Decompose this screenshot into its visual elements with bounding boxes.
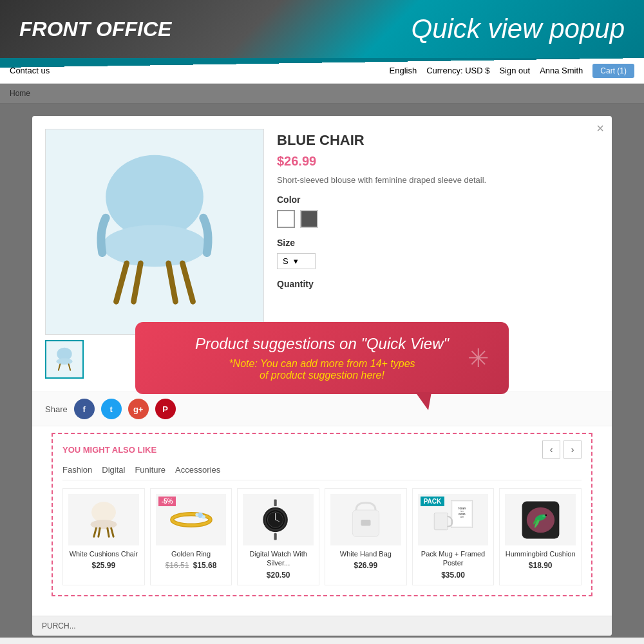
svg-line-9 [69, 365, 71, 370]
card-price: $35.00 [418, 571, 489, 580]
tab-digital[interactable]: Digital [102, 465, 125, 475]
quick-view-modal: × [32, 116, 612, 636]
product-card[interactable]: -5% Golden Ring $16.51 [150, 488, 232, 585]
size-value: S [283, 256, 289, 266]
product-card-image [243, 494, 314, 545]
suggestions-section: YOU MIGHT ALSO LIKE ‹ › Fashion Digital … [52, 433, 592, 596]
card-name: Digital Watch With Silver... [243, 549, 314, 568]
svg-text:is a: is a [460, 510, 464, 513]
card-price: $25.99 [68, 561, 139, 570]
svg-point-42 [545, 514, 547, 516]
size-dropdown[interactable]: S ▾ [277, 253, 316, 269]
product-card-image: -5% [156, 494, 227, 545]
purchase-bar: PURCH... [32, 616, 612, 636]
svg-line-2 [116, 263, 126, 302]
next-arrow-button[interactable]: › [564, 440, 582, 459]
nav-arrows: ‹ › [542, 440, 582, 459]
color-options [277, 210, 599, 228]
svg-rect-21 [274, 500, 276, 507]
suggestions-title: YOU MIGHT ALSO LIKE [62, 445, 156, 455]
watch-product-image [261, 497, 296, 542]
product-card[interactable]: Hummingbird Cushion $18.90 [499, 488, 582, 585]
callout-note: *Note: You can add more from 14+ types o… [155, 358, 489, 381]
size-label: Size [277, 238, 599, 248]
card-name: Hummingbird Cushion [505, 549, 576, 558]
share-bar: Share f t g+ P [32, 392, 612, 426]
svg-text:DAY: DAY [460, 516, 464, 518]
card-name: Pack Mug + Framed Poster [418, 549, 489, 568]
purchase-label: PURCH... [42, 621, 76, 630]
tab-funiture[interactable]: Funiture [135, 465, 166, 475]
facebook-share-button[interactable]: f [74, 399, 95, 419]
color-swatch-white[interactable] [277, 210, 295, 228]
thumbnail-image [52, 346, 77, 372]
product-name: BLUE CHAIR [277, 132, 599, 149]
product-card[interactable]: Digital Watch With Silver... $20.50 [237, 488, 319, 585]
product-card-image [505, 494, 576, 545]
svg-point-1 [102, 225, 207, 267]
svg-line-12 [94, 528, 97, 536]
tab-accessories[interactable]: Accessories [175, 465, 220, 475]
svg-line-4 [134, 263, 141, 302]
product-card-image [68, 494, 139, 545]
card-price: $20.50 [243, 571, 314, 580]
svg-point-10 [91, 502, 116, 522]
product-card-image: PACK TODAY is a GOOD DAY [418, 494, 489, 545]
product-card[interactable]: PACK TODAY is a GOOD DAY [412, 488, 495, 585]
svg-line-8 [59, 365, 61, 370]
share-label: Share [45, 404, 68, 414]
svg-rect-37 [434, 513, 448, 530]
googleplus-share-button[interactable]: g+ [128, 399, 149, 419]
modal-close-button[interactable]: × [596, 121, 604, 136]
page-background: Home × [0, 84, 644, 638]
dropdown-arrow-icon: ▾ [294, 256, 298, 266]
svg-text:TODAY: TODAY [458, 507, 466, 510]
suggestions-header: YOU MIGHT ALSO LIKE ‹ › [62, 440, 582, 459]
category-tabs: Fashion Digital Funiture Accessories [62, 465, 582, 480]
front-office-title: FRONT OFFICE [19, 17, 171, 41]
product-cards: White Cushions Chair $25.99 -5% [62, 488, 582, 585]
color-label: Color [277, 194, 599, 205]
svg-line-5 [169, 263, 176, 302]
color-swatch-dark[interactable] [300, 210, 318, 228]
cushion-product-image [520, 499, 562, 541]
chair-product-image [84, 497, 123, 542]
suggestions-wrapper: YOU MIGHT ALSO LIKE ‹ › Fashion Digital … [32, 433, 612, 616]
tab-fashion[interactable]: Fashion [62, 465, 92, 475]
product-card[interactable]: White Hand Bag $26.99 [325, 488, 407, 585]
svg-point-7 [57, 358, 73, 365]
svg-rect-22 [274, 533, 276, 540]
card-price: $26.99 [330, 561, 401, 570]
product-image-svg [84, 148, 225, 316]
svg-point-20 [195, 513, 198, 516]
header-banner: FRONT OFFICE Quick view popup [0, 0, 644, 58]
discount-badge: -5% [158, 497, 176, 506]
product-price: $26.99 [277, 154, 599, 169]
quantity-label: Quantity [277, 279, 599, 289]
svg-point-11 [90, 520, 117, 529]
svg-line-14 [99, 528, 100, 536]
bag-product-image [346, 497, 385, 542]
size-select: S ▾ [277, 253, 599, 269]
ring-product-image [169, 507, 214, 533]
product-card[interactable]: White Cushions Chair $25.99 [62, 488, 145, 585]
svg-line-15 [108, 528, 109, 536]
pinterest-share-button[interactable]: P [155, 399, 176, 419]
callout-asterisk-icon: ✳ [468, 343, 489, 373]
prev-arrow-button[interactable]: ‹ [542, 440, 560, 459]
svg-line-3 [182, 263, 193, 302]
card-name: White Cushions Chair [68, 549, 139, 558]
old-price: $16.51 [166, 561, 189, 570]
twitter-share-button[interactable]: t [101, 399, 122, 419]
card-name: White Hand Bag [330, 549, 401, 558]
svg-rect-30 [361, 520, 370, 526]
svg-line-13 [111, 528, 113, 536]
pack-badge: PACK [421, 497, 445, 506]
card-price: $16.51 $15.68 [156, 561, 227, 570]
card-price: $18.90 [505, 561, 576, 570]
quick-view-title: Quick view popup [411, 14, 625, 44]
svg-text:GOOD: GOOD [458, 513, 465, 516]
main-product-image [45, 129, 264, 335]
product-description: Short-sleeved blouse with feminine drape… [277, 175, 599, 185]
product-thumbnail[interactable] [45, 340, 84, 379]
